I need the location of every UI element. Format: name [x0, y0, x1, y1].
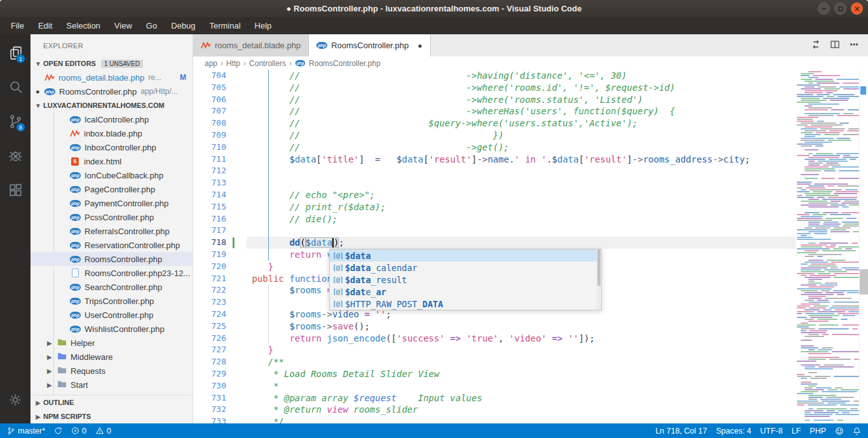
status-item-utf-8[interactable]: UTF-8 — [756, 427, 787, 435]
status-item-php[interactable]: PHP — [805, 427, 831, 435]
code-line[interactable]: 717 — [193, 225, 796, 237]
tree-item[interactable]: phpPcssController.php — [31, 210, 193, 224]
menu-item-view[interactable]: View — [107, 18, 139, 33]
open-changes-icon[interactable] — [811, 39, 821, 52]
settings-gear-icon[interactable] — [0, 385, 31, 415]
code-line[interactable]: 705 // ->where('rooms.id', '!=', $reques… — [193, 82, 796, 94]
suggest-item[interactable]: [@]$HTTP_RAW_POST_DATA — [330, 298, 601, 310]
tree-item[interactable]: phpPaymentController.php — [31, 196, 193, 210]
code-line[interactable]: 718 dd($data); — [193, 237, 796, 249]
tab-roomscontroller-php[interactable]: phpRoomsController.php● — [309, 34, 430, 56]
feedback-smiley-icon[interactable] — [831, 427, 848, 435]
scrollbar-thumb[interactable] — [860, 269, 868, 295]
tree-folder-middleware[interactable]: ▶Middleware — [31, 350, 193, 364]
code-editor[interactable]: 704 // ->having('distance', '<=', 30)705… — [193, 70, 796, 423]
suggest-item[interactable]: [@]$date_ar — [330, 286, 601, 298]
debug-icon[interactable] — [0, 141, 31, 170]
tree-item[interactable]: 5index.html — [31, 154, 193, 168]
npm-scripts-section[interactable]: ▶ NPM SCRIPTS — [31, 409, 193, 423]
code-line[interactable]: 730 * — [193, 380, 796, 392]
breadcrumb-item[interactable]: Controllers — [249, 59, 286, 68]
tree-item[interactable]: phpWishlistController.php — [31, 322, 193, 336]
scm-icon[interactable]: 8 — [0, 107, 31, 136]
code-line[interactable]: 727 } — [193, 344, 796, 356]
editor-scrollbar[interactable] — [859, 70, 868, 423]
breadcrumb-item[interactable]: Http — [226, 59, 240, 68]
code-line[interactable]: 711 $data['title'] = $data['result']->na… — [193, 154, 796, 166]
tab-dirty-dot-icon[interactable]: ● — [417, 41, 422, 50]
tree-folder-requests[interactable]: ▶Requests — [31, 364, 193, 378]
code-line[interactable]: 731 * @param array $request Input values — [193, 392, 796, 404]
tree-item[interactable]: phpIcalController.php — [31, 112, 193, 126]
code-line[interactable]: 714 // echo "<pre>"; — [193, 189, 796, 201]
tree-item[interactable]: phpUserController.php — [31, 308, 193, 322]
tree-item[interactable]: phpIonCubeCallback.php — [31, 168, 193, 182]
tab-rooms_detail-blade-php[interactable]: rooms_detail.blade.php — [193, 34, 309, 56]
menu-item-go[interactable]: Go — [139, 18, 164, 33]
maximize-button[interactable] — [834, 3, 846, 15]
code-line[interactable]: 704 // ->having('distance', '<=', 30) — [193, 70, 796, 82]
extensions-icon[interactable] — [0, 175, 31, 204]
code-line[interactable]: 709 // }) — [193, 129, 796, 142]
code-line[interactable]: 712 — [193, 165, 796, 177]
explorer-icon[interactable]: 1 — [0, 38, 31, 67]
code-line[interactable]: 713 — [193, 177, 796, 189]
suggest-item[interactable]: [@]$data — [330, 249, 601, 262]
minimize-button[interactable] — [818, 3, 830, 15]
suggest-scrollbar[interactable] — [597, 249, 601, 310]
tree-item[interactable]: RoomsController.php23-12... — [31, 266, 193, 280]
outline-section[interactable]: ▶ OUTLINE — [31, 395, 193, 409]
errors-item[interactable]: 0 — [67, 423, 91, 438]
tree-item[interactable]: phpReservationController.php — [31, 238, 193, 252]
tree-item[interactable]: phpTripsController.php — [31, 294, 193, 308]
code-line[interactable]: 707 // ->whereHas('users', function($que… — [193, 105, 796, 117]
status-item-ln-718-col-17[interactable]: Ln 718, Col 17 — [651, 427, 711, 435]
code-line[interactable]: 715 // print_r($data); — [193, 201, 796, 213]
suggest-item[interactable]: [@]$data_result — [330, 274, 601, 286]
open-editor-item[interactable]: rooms_detail.blade.phpre...M — [31, 70, 193, 84]
status-item-lf[interactable]: LF — [787, 427, 806, 435]
tree-item[interactable]: inbox.blade.php — [31, 126, 193, 140]
status-item-spaces-4[interactable]: Spaces: 4 — [712, 427, 756, 435]
menu-item-selection[interactable]: Selection — [59, 18, 107, 33]
suggest-item[interactable]: [@]$data_calendar — [330, 262, 601, 274]
notifications-bell-icon[interactable] — [848, 427, 865, 435]
menu-item-file[interactable]: File — [4, 18, 31, 33]
tree-folder-start[interactable]: ▶Start — [31, 378, 193, 392]
menu-item-debug[interactable]: Debug — [164, 18, 202, 33]
code-line[interactable]: 733 */ — [193, 416, 796, 423]
tree-item[interactable]: phpInboxController.php — [31, 140, 193, 154]
git-branch-item[interactable]: master* — [3, 423, 50, 438]
menu-item-terminal[interactable]: Terminal — [202, 18, 247, 33]
warnings-item[interactable]: 0 — [91, 423, 116, 438]
tree-item[interactable]: phpReferralsController.php — [31, 224, 193, 238]
code-line[interactable]: 726 return json_encode(['success' => 'tr… — [193, 333, 796, 345]
project-folder-header[interactable]: ▼ LUXVACATIONRENTALHOMES.COM — [31, 98, 193, 112]
tree-item[interactable]: phpRoomsController.php — [31, 252, 193, 266]
code-line[interactable]: 716 // die(); — [193, 213, 796, 225]
more-actions-icon[interactable] — [849, 39, 859, 52]
tree-folder-helper[interactable]: ▶Helper — [31, 336, 193, 350]
code-line[interactable]: 710 // ->get(); — [193, 142, 796, 154]
breadcrumb-leaf[interactable]: RoomsController.php — [309, 59, 381, 68]
menu-item-help[interactable]: Help — [248, 18, 279, 33]
search-icon[interactable] — [0, 72, 31, 102]
tree-item[interactable]: phpSearchController.php — [31, 280, 193, 294]
open-editor-item[interactable]: ●phpRoomsController.phpapp/Http/... — [31, 84, 193, 98]
breadcrumb-item[interactable]: app — [205, 59, 217, 68]
code-line[interactable]: 732 * @return view rooms_slider — [193, 404, 796, 416]
minimap[interactable] — [796, 70, 859, 423]
tree-item[interactable]: phpPageController.php — [31, 182, 193, 196]
code-line[interactable]: 725 $rooms->save(); — [193, 321, 796, 333]
tree-item[interactable]: 5index.html — [31, 392, 193, 395]
code-line[interactable]: 729 * Load Rooms Detail Slider View — [193, 368, 796, 380]
code-line[interactable]: 728 /** — [193, 356, 796, 368]
unsaved-dot: ● — [287, 4, 292, 13]
code-line[interactable]: 706 // ->where('rooms.status', 'Listed') — [193, 94, 796, 106]
code-line[interactable]: 708 // $query->where('users.status','Act… — [193, 117, 796, 129]
menu-item-edit[interactable]: Edit — [31, 18, 59, 33]
open-editors-header[interactable]: ▼ OPEN EDITORS 1 UNSAVED — [31, 56, 193, 70]
split-editor-icon[interactable] — [830, 39, 840, 52]
sync-icon[interactable] — [50, 423, 67, 438]
close-button[interactable] — [851, 3, 863, 15]
